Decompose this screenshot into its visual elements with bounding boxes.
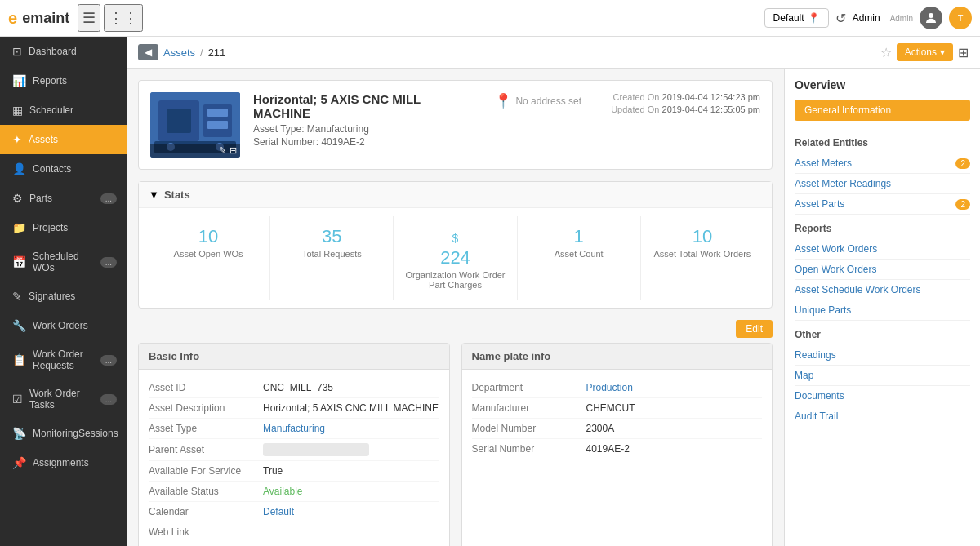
projects-icon: 📁 (12, 221, 26, 234)
navbar-right: Default 📍 ↺ Admin Admin T (764, 7, 972, 29)
nameplate-info-body: Department Production Manufacturer CHEMC… (462, 370, 773, 467)
reports-title: Reports (795, 223, 970, 234)
asset-image: ✎ ⊟ (150, 92, 240, 158)
sidebar-item-signatures[interactable]: ✎ Signatures (0, 282, 127, 311)
content-area: ✎ ⊟ Horizontal; 5 AXIS CNC MILL MACHINE … (127, 69, 980, 546)
edit-image-icon[interactable]: ✎ (219, 145, 226, 156)
scheduler-icon: ▦ (12, 104, 23, 117)
created-value: 2019-04-04 12:54:23 pm (662, 92, 760, 102)
breadcrumb-parent[interactable]: Assets (163, 47, 195, 59)
value-model-number: 2300A (586, 423, 615, 434)
sidebar-item-work-order-requests[interactable]: 📋 Work Order Requests ... (0, 340, 127, 380)
favorite-button[interactable]: ☆ (880, 43, 892, 61)
main-layout: ⊡ Dashboard 📊 Reports ▦ Scheduler ✦ Asse… (0, 37, 980, 546)
parts-icon: ⚙ (12, 192, 23, 205)
label-manufacturer: Manufacturer (472, 402, 586, 414)
sidebar-item-monitoring-sessions[interactable]: 📡 MonitoringSessions (0, 419, 127, 448)
back-button[interactable]: ◀ (138, 44, 158, 60)
sidebar-label-dashboard: Dashboard (29, 46, 77, 57)
user-avatar-icon[interactable] (920, 7, 942, 29)
related-asset-meters[interactable]: Asset Meters 2 (795, 153, 970, 174)
nameplate-info-panel: Name plate info Department Production Ma… (461, 343, 773, 546)
report-asset-work-orders[interactable]: Asset Work Orders (795, 239, 970, 260)
sidebar-item-contacts[interactable]: 👤 Contacts (0, 154, 127, 184)
navbar: e emaint ☰ ⋮⋮ Default 📍 ↺ Admin Admin T (0, 0, 980, 37)
default-location-button[interactable]: Default 📍 (764, 8, 829, 28)
svg-point-0 (929, 13, 933, 18)
asset-header: ✎ ⊟ Horizontal; 5 AXIS CNC MILL MACHINE … (138, 80, 773, 170)
stat-value-org-charges: $ (400, 226, 510, 247)
contacts-icon: 👤 (12, 162, 26, 175)
label-asset-description: Asset Description (149, 402, 263, 414)
value-department[interactable]: Production (586, 382, 633, 393)
report-unique-parts[interactable]: Unique Parts (795, 300, 970, 321)
brand-logo: e emaint (8, 9, 69, 28)
report-open-work-orders[interactable]: Open Work Orders (795, 260, 970, 280)
assets-icon: ✦ (12, 133, 22, 146)
other-map[interactable]: Map (795, 366, 970, 386)
svg-rect-5 (207, 109, 228, 117)
stat-label-total-work-orders: Asset Total Work Orders (648, 249, 757, 259)
value-available-for-service: True (263, 465, 283, 477)
edit-button-row: Edit (138, 320, 773, 343)
history-button[interactable]: ↺ (835, 11, 846, 26)
sidebar-label-contacts: Contacts (33, 163, 71, 175)
other-readings[interactable]: Readings (795, 345, 970, 366)
field-manufacturer: Manufacturer CHEMCUT (472, 398, 763, 419)
value-manufacturer: CHEMCUT (586, 402, 635, 414)
asset-serial-label: Serial Number: (253, 136, 318, 148)
value-asset-type[interactable]: Manufacturing (263, 423, 325, 434)
sidebar-item-assets[interactable]: ✦ Assets (0, 125, 127, 154)
sidebar-item-projects[interactable]: 📁 Projects (0, 213, 127, 242)
sidebar-item-work-order-tasks[interactable]: ☑ Work Order Tasks ... (0, 380, 127, 419)
work-order-tasks-icon: ☑ (12, 393, 23, 406)
actions-button[interactable]: Actions ▾ (897, 43, 953, 61)
svg-rect-3 (167, 109, 191, 133)
value-calendar[interactable]: Default (263, 506, 294, 517)
general-info-button[interactable]: General Information (795, 100, 970, 121)
sidebar-label-parts: Parts (29, 193, 52, 204)
asset-type-value: Manufacturing (307, 123, 369, 135)
stat-label-asset-count: Asset Count (524, 249, 634, 259)
sidebar-item-scheduled-wos[interactable]: 📅 Scheduled WOs ... (0, 242, 127, 282)
grid-apps-button[interactable]: ⋮⋮ (104, 4, 143, 32)
work-order-requests-badge: ... (100, 355, 117, 366)
other-audit-trail[interactable]: Audit Trail (795, 406, 970, 426)
value-asset-description: Horizontal; 5 AXIS CNC MILL MACHINE (263, 402, 439, 414)
sidebar-item-scheduler[interactable]: ▦ Scheduler (0, 95, 127, 125)
related-asset-meter-readings[interactable]: Asset Meter Readings (795, 174, 970, 194)
stats-header[interactable]: ▼ Stats (139, 182, 772, 208)
sidebar-item-work-orders[interactable]: 🔧 Work Orders (0, 311, 127, 340)
sidebar-label-assignments: Assignments (33, 457, 89, 468)
sidebar-item-parts[interactable]: ⚙ Parts ... (0, 184, 127, 213)
field-asset-description: Asset Description Horizontal; 5 AXIS CNC… (149, 398, 439, 419)
stat-label-org-charges: Organization Work Order Part Charges (400, 270, 510, 290)
documents-label: Documents (795, 390, 844, 402)
stat-value-total-requests: 35 (277, 226, 386, 247)
field-model-number: Model Number 2300A (472, 419, 763, 439)
sidebar-label-reports: Reports (33, 75, 67, 87)
edit-button[interactable]: Edit (736, 320, 773, 338)
report-asset-schedule-work-orders[interactable]: Asset Schedule Work Orders (795, 280, 970, 300)
asset-image-icons: ✎ ⊟ (150, 144, 240, 158)
dollar-sign: $ (452, 232, 459, 245)
brand-name: emaint (22, 10, 69, 27)
brand-e: e (8, 9, 17, 28)
grid-view-button[interactable]: ⊞ (958, 43, 969, 61)
user-initial-avatar[interactable]: T (949, 7, 972, 29)
label-asset-type: Asset Type (149, 423, 263, 434)
other-documents[interactable]: Documents (795, 386, 970, 406)
field-asset-id: Asset ID CNC_MILL_735 (149, 378, 439, 398)
info-panels: Basic Info Asset ID CNC_MILL_735 Asset D… (138, 343, 773, 546)
sidebar-item-reports[interactable]: 📊 Reports (0, 66, 127, 95)
field-serial-number: Serial Number 4019AE-2 (472, 439, 763, 459)
stat-label-total-requests: Total Requests (277, 249, 386, 259)
delete-image-icon[interactable]: ⊟ (229, 145, 237, 156)
sidebar-item-assignments[interactable]: 📌 Assignments (0, 448, 127, 477)
asset-schedule-work-orders-label: Asset Schedule Work Orders (795, 284, 921, 295)
sidebar-item-dashboard[interactable]: ⊡ Dashboard (0, 37, 127, 66)
stats-grid: 10 Asset Open WOs 35 Total Requests $ 22… (139, 208, 772, 308)
related-asset-parts[interactable]: Asset Parts 2 (795, 194, 970, 215)
field-department: Department Production (472, 378, 763, 398)
menu-toggle-button[interactable]: ☰ (78, 4, 100, 32)
